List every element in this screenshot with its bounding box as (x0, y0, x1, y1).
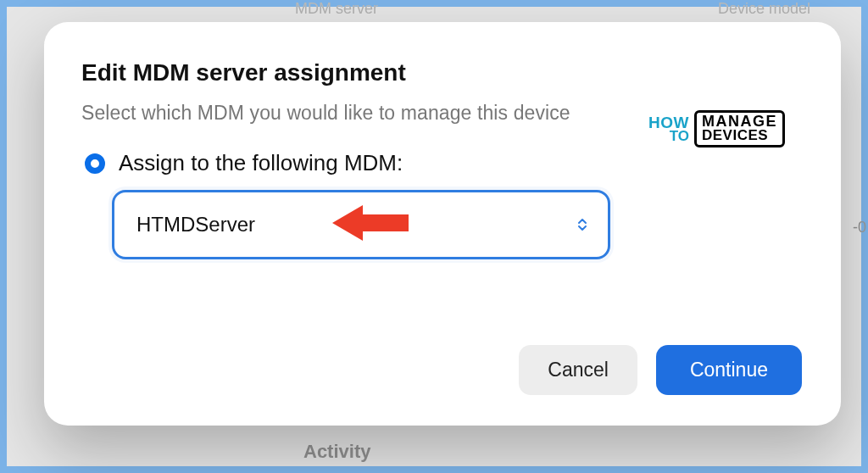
radio-selected-icon[interactable] (85, 153, 105, 174)
radio-label: Assign to the following MDM: (119, 150, 403, 176)
red-arrow-annotation-icon (332, 202, 409, 248)
modal-footer: Cancel Continue (519, 345, 802, 395)
watermark-box: MANAGE DEVICES (694, 110, 785, 147)
svg-marker-0 (332, 205, 409, 241)
edit-mdm-modal: Edit MDM server assignment Select which … (44, 22, 841, 426)
watermark-to: TO (670, 130, 689, 143)
modal-scrim: Edit MDM server assignment Select which … (7, 7, 861, 466)
watermark-howto: HOW TO (648, 115, 689, 143)
continue-button[interactable]: Continue (656, 345, 802, 395)
chevron-up-down-icon (576, 216, 588, 233)
modal-title: Edit MDM server assignment (81, 59, 798, 86)
watermark-devices: DEVICES (702, 129, 777, 142)
assign-radio-row[interactable]: Assign to the following MDM: (81, 150, 798, 176)
mdm-server-selected-value: HTMDServer (136, 213, 255, 236)
cancel-button[interactable]: Cancel (519, 345, 637, 395)
mdm-server-select-wrap: HTMDServer (112, 190, 610, 259)
how-to-manage-devices-watermark: HOW TO MANAGE DEVICES (648, 110, 785, 147)
